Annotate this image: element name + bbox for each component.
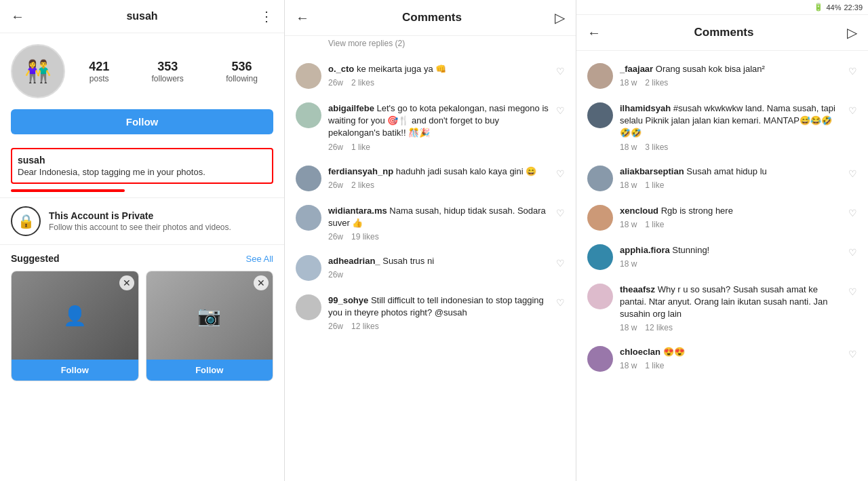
comment-text: chloeclan 😍😍 xyxy=(620,346,842,358)
comment-item: theaafsz Why r u so susah? Susah susah a… xyxy=(576,277,868,340)
comment-time: 26w xyxy=(328,322,343,331)
stat-following: 536 following xyxy=(226,60,258,83)
comment-likes: 1 like xyxy=(645,361,664,370)
comment-heart-icon[interactable]: ♡ xyxy=(848,349,857,360)
followers-count: 353 xyxy=(157,60,178,74)
more-icon[interactable]: ⋮ xyxy=(260,8,273,24)
comments-back-icon-2[interactable]: ← xyxy=(587,25,601,41)
comment-content: abigailfebe Let's go to kota pekalongan,… xyxy=(328,102,549,152)
stats-row: 421 posts 353 followers 536 following xyxy=(73,60,273,83)
follow-button-container: Follow xyxy=(0,109,284,142)
card-1-close-icon[interactable]: ✕ xyxy=(119,275,134,290)
comment-item: ferdiansyah_np haduhh jadi susah kalo ka… xyxy=(285,159,576,198)
comment-username: widiantara.ms xyxy=(328,206,387,216)
comment-username: chloeclan xyxy=(620,347,660,357)
comment-time: 26w xyxy=(328,78,343,88)
card-2-follow-button[interactable]: Follow xyxy=(146,360,273,381)
comment-item: aliakbarseptian Susah amat hidup lu18 w1… xyxy=(576,159,868,198)
posts-label: posts xyxy=(90,74,109,83)
comment-time: 26w xyxy=(328,180,343,190)
comment-time: 18 w xyxy=(620,180,637,190)
comment-meta: 26w2 likes xyxy=(328,78,549,88)
comment-text: apphia.fiora Stunning! xyxy=(620,244,842,256)
comment-username: aliakbarseptian xyxy=(620,166,684,176)
comment-meta: 26w2 likes xyxy=(328,180,549,190)
comment-meta: 18 w12 likes xyxy=(620,323,842,332)
time-display: 22:39 xyxy=(844,3,863,12)
comment-username: xencloud xyxy=(620,206,658,216)
mobile-status-bar: 🔋 44% 22:39 xyxy=(576,0,868,15)
comment-heart-icon[interactable]: ♡ xyxy=(556,208,565,218)
comment-time: 18 w xyxy=(620,323,637,332)
send-icon-1[interactable]: ▷ xyxy=(555,9,565,26)
following-count: 536 xyxy=(231,60,252,74)
comment-likes: 1 like xyxy=(351,142,370,152)
comment-time: 18 w xyxy=(620,361,637,370)
comment-text: o._cto ke meikarta juga ya 👊 xyxy=(328,63,549,75)
comment-likes: 2 likes xyxy=(351,180,374,190)
suggested-card-2: ✕ 📷 Follow xyxy=(146,271,274,381)
comment-heart-icon[interactable]: ♡ xyxy=(848,286,857,297)
comments-title-2: Comments xyxy=(694,26,754,39)
suggested-cards: ✕ 👤 Follow ✕ 📷 Follow xyxy=(11,271,273,381)
comment-heart-icon[interactable]: ♡ xyxy=(556,105,565,116)
comment-time: 18 w xyxy=(620,259,637,269)
comment-likes: 12 likes xyxy=(645,323,673,332)
comment-avatar xyxy=(296,294,321,320)
profile-info: 👫 421 posts 353 followers 536 following xyxy=(0,33,284,109)
suggested-section: Suggested See All ✕ 👤 Follow ✕ 📷 Follow xyxy=(0,244,284,389)
suggested-card-1: ✕ 👤 Follow xyxy=(11,271,139,381)
follow-button[interactable]: Follow xyxy=(11,109,273,134)
private-account-section: 🔒 This Account is Private Follow this ac… xyxy=(0,197,284,244)
comment-content: ilhamidsyah #susah wkwkwkw land. Nama su… xyxy=(620,102,842,152)
comment-time: 26w xyxy=(328,142,343,152)
comment-item: apphia.fiora Stunning!18 w♡ xyxy=(576,237,868,277)
comment-likes: 1 like xyxy=(645,220,664,229)
comment-heart-icon[interactable]: ♡ xyxy=(848,168,857,179)
suggested-header: Suggested See All xyxy=(11,253,273,264)
comment-heart-icon[interactable]: ♡ xyxy=(848,105,857,116)
comment-heart-icon[interactable]: ♡ xyxy=(556,258,565,269)
comment-meta: 26w12 likes xyxy=(328,322,549,331)
back-icon[interactable]: ← xyxy=(11,9,24,24)
comment-item: ilhamidsyah #susah wkwkwkw land. Nama su… xyxy=(576,96,868,159)
comment-heart-icon[interactable]: ♡ xyxy=(848,247,857,258)
comment-time: 26w xyxy=(328,270,343,280)
comment-text: ferdiansyah_np haduhh jadi susah kalo ka… xyxy=(328,166,549,178)
see-all-link[interactable]: See All xyxy=(246,254,273,264)
comment-username: _faajaar xyxy=(620,64,653,74)
comment-content: chloeclan 😍😍18 w1 like xyxy=(620,346,842,370)
comment-meta: 18 w1 like xyxy=(620,361,842,370)
comment-heart-icon[interactable]: ♡ xyxy=(848,208,857,218)
comment-username: o._cto xyxy=(328,64,354,74)
following-label: following xyxy=(226,74,258,83)
profile-username-title: susah xyxy=(126,10,157,22)
private-subtitle: Follow this account to see their photos … xyxy=(49,223,231,232)
comment-time: 26w xyxy=(328,232,343,242)
suggested-title: Suggested xyxy=(11,253,60,264)
comment-heart-icon[interactable]: ♡ xyxy=(556,168,565,179)
comment-heart-icon[interactable]: ♡ xyxy=(556,66,565,77)
card-1-follow-button[interactable]: Follow xyxy=(12,360,138,381)
comments-header-2: ← Comments ▷ xyxy=(576,15,868,51)
profile-header: ← susah ⋮ xyxy=(0,0,284,33)
comments-back-icon-1[interactable]: ← xyxy=(296,10,309,26)
comment-avatar xyxy=(587,284,613,309)
comments-panel-1: ← Comments ▷ View more replies (2) o._ct… xyxy=(285,0,576,481)
comment-text: xencloud Rgb is strong here xyxy=(620,205,842,217)
comment-text: ilhamidsyah #susah wkwkwkw land. Nama su… xyxy=(620,102,842,140)
send-icon-2[interactable]: ▷ xyxy=(847,24,857,41)
comment-likes: 19 likes xyxy=(351,232,379,242)
battery-percent: 44% xyxy=(826,3,841,12)
view-more-replies[interactable]: View more replies (2) xyxy=(285,36,576,51)
comment-meta: 18 w1 like xyxy=(620,180,842,190)
comment-avatar xyxy=(296,166,321,191)
comment-heart-icon[interactable]: ♡ xyxy=(556,297,565,308)
comment-time: 18 w xyxy=(620,220,637,229)
comment-heart-icon[interactable]: ♡ xyxy=(848,66,857,77)
comment-content: _faajaar Orang susah kok bisa jalan²18 w… xyxy=(620,63,842,88)
comment-content: apphia.fiora Stunning!18 w xyxy=(620,244,842,269)
card-2-close-icon[interactable]: ✕ xyxy=(254,275,269,290)
lock-icon: 🔒 xyxy=(11,206,41,236)
stat-posts: 421 posts xyxy=(89,60,109,83)
